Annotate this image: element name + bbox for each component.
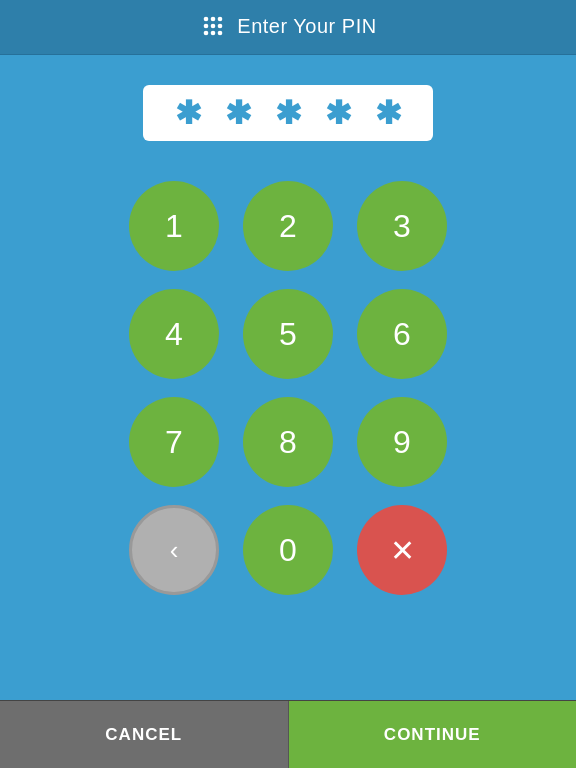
keypad-row-3: 7 8 9 <box>129 397 447 487</box>
pin-dot-1: ✱ <box>175 97 202 129</box>
key-2-button[interactable]: 2 <box>243 181 333 271</box>
pin-dot-4: ✱ <box>325 97 352 129</box>
key-5-button[interactable]: 5 <box>243 289 333 379</box>
cancel-button[interactable]: CANCEL <box>0 701 289 768</box>
svg-point-8 <box>218 31 223 36</box>
pin-display: ✱ ✱ ✱ ✱ ✱ <box>143 85 433 141</box>
keypad: 1 2 3 4 5 6 7 8 9 ‹ 0 ✕ <box>129 181 447 595</box>
key-8-button[interactable]: 8 <box>243 397 333 487</box>
key-6-button[interactable]: 6 <box>357 289 447 379</box>
key-7-button[interactable]: 7 <box>129 397 219 487</box>
svg-point-4 <box>211 24 216 29</box>
svg-point-5 <box>218 24 223 29</box>
header: Enter Your PIN <box>0 0 576 55</box>
svg-point-3 <box>204 24 209 29</box>
pin-dot-5: ✱ <box>375 97 402 129</box>
key-back-button[interactable]: ‹ <box>129 505 219 595</box>
footer: CANCEL CONTINUE <box>0 700 576 768</box>
header-title: Enter Your PIN <box>237 15 376 38</box>
key-9-button[interactable]: 9 <box>357 397 447 487</box>
pin-dot-2: ✱ <box>225 97 252 129</box>
svg-point-2 <box>218 17 223 22</box>
svg-point-7 <box>211 31 216 36</box>
main-content: ✱ ✱ ✱ ✱ ✱ 1 2 3 4 5 6 7 8 9 ‹ 0 ✕ <box>0 55 576 700</box>
keypad-row-bottom: ‹ 0 ✕ <box>129 505 447 595</box>
svg-point-0 <box>204 17 209 22</box>
key-clear-button[interactable]: ✕ <box>357 505 447 595</box>
grid-icon <box>199 12 227 40</box>
svg-point-6 <box>204 31 209 36</box>
continue-button[interactable]: CONTINUE <box>289 701 577 768</box>
key-0-button[interactable]: 0 <box>243 505 333 595</box>
key-3-button[interactable]: 3 <box>357 181 447 271</box>
key-1-button[interactable]: 1 <box>129 181 219 271</box>
pin-dot-3: ✱ <box>275 97 302 129</box>
keypad-row-1: 1 2 3 <box>129 181 447 271</box>
keypad-row-2: 4 5 6 <box>129 289 447 379</box>
svg-point-1 <box>211 17 216 22</box>
key-4-button[interactable]: 4 <box>129 289 219 379</box>
